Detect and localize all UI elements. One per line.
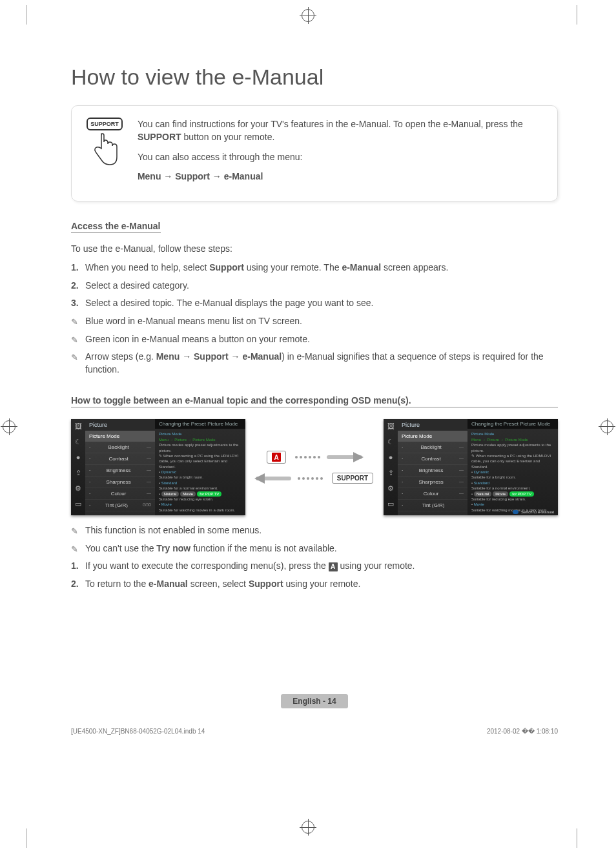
intro-line2: You can also access it through the menu: <box>138 150 543 163</box>
text: function if the menu is not available. <box>190 543 336 553</box>
network-icon: ● <box>386 453 395 462</box>
detail-body: Picture Mode Menu → Picture → Picture Mo… <box>467 429 558 515</box>
detail-footer: Switch to e-Manual <box>513 510 554 514</box>
text: Suitable for a normal environment. <box>159 486 241 491</box>
text-bold: Try now <box>156 543 190 553</box>
osd-menu-selected: Picture Mode <box>85 431 155 442</box>
text-bold: e-Manual <box>342 262 381 272</box>
step-number: 1. <box>71 262 79 274</box>
text: Green icon in e-Manual means a button on… <box>85 334 310 344</box>
text: Movie <box>474 502 484 506</box>
picture-icon: 🖼 <box>386 422 395 431</box>
text: screen, select <box>188 579 249 589</box>
list-item: 2. Select a desired category. <box>71 280 558 293</box>
settings-icon: ⚙ <box>386 484 395 493</box>
text-bold: Menu → Support → e-Manual <box>156 351 282 362</box>
list-item: ✎This function is not enabled in some me… <box>71 524 558 537</box>
section-heading-toggle: How to toggle between an e-Manual topic … <box>71 395 558 407</box>
note-icon: ✎ <box>71 316 78 328</box>
access-steps: 1. When you need to help, select Support… <box>71 262 558 310</box>
support-button-label: SUPPORT <box>87 118 123 130</box>
hand-press-icon <box>90 133 119 169</box>
step-number: 2. <box>71 280 79 293</box>
emanual-detail-panel: Changing the Preset Picture Mode Picture… <box>155 419 245 515</box>
print-meta-row: [UE4500-XN_ZF]BN68-04052G-02L04.indb 14 … <box>71 728 558 735</box>
note-icon: ✎ <box>71 526 78 537</box>
text: Suitable for reducing eye strain. <box>159 497 241 502</box>
text: using your remote. The <box>244 262 342 272</box>
osd-menu-item: ·Brightness— <box>398 465 467 477</box>
text: Standard <box>474 481 489 485</box>
osd-menu-item: ·Tint (G/R)G50 <box>85 500 155 511</box>
intro-support-bold: SUPPORT <box>138 132 181 142</box>
emanual-screenshot: 🖼 ☾ ● ⇪ ⚙ ▭ Picture Picture Mode ·Backli… <box>384 419 558 515</box>
text: Standard <box>161 481 177 485</box>
text: Picture modes apply preset adjustments t… <box>159 442 241 453</box>
system-icon: ⇪ <box>74 468 83 477</box>
detail-topic: Picture Mode <box>159 431 241 437</box>
intro-line1-pre: You can find instructions for your TV's … <box>138 119 523 129</box>
text: When connecting a PC using the HDMI-DVI … <box>471 454 551 469</box>
remote-support-icon: SUPPORT <box>86 118 123 189</box>
detail-topic: Picture Mode <box>471 431 554 437</box>
system-icon: ⇪ <box>386 468 395 477</box>
arrow-right-icon <box>291 456 362 458</box>
list-item: ✎Blue word in e-Manual means menu list o… <box>71 315 558 328</box>
text: Blue word in e-Manual means menu list on… <box>85 316 302 326</box>
intro-path: Menu → Support → e-Manual <box>138 170 543 183</box>
intro-box: SUPPORT You can find instructions for yo… <box>71 105 558 201</box>
text: When you need to help, select <box>85 262 209 272</box>
print-timestamp: 2012-08-02 �� 1:08:10 <box>487 728 558 735</box>
a-key-icon-inline: A <box>329 562 338 571</box>
a-key-icon: A <box>272 453 281 462</box>
osd-menu-item: ·Backlight— <box>85 442 155 453</box>
text: Suitable for a bright room. <box>471 475 554 480</box>
text: Picture modes apply preset adjustments t… <box>471 442 554 453</box>
page-footer: English - 14 <box>71 694 558 708</box>
list-item: 1. If you want to execute the correspond… <box>71 560 558 573</box>
section-heading-access: Access the e-Manual <box>71 221 161 233</box>
text: Suitable for a bright room. <box>159 475 241 480</box>
text: using your remote. <box>283 579 361 589</box>
text: using your remote. <box>340 560 415 571</box>
osd-side-icons: 🖼 ☾ ● ⇪ ⚙ ▭ <box>71 419 85 515</box>
text: Select a desired category. <box>85 280 189 291</box>
list-item: ✎ Arrow steps (e.g. Menu → Support → e-M… <box>71 351 558 376</box>
note-icon: ✎ <box>71 352 78 364</box>
text: Dynamic <box>161 470 176 474</box>
network-icon: ● <box>74 453 83 462</box>
page-title: How to view the e-Manual <box>71 65 558 90</box>
support-icon: ▭ <box>74 499 83 508</box>
text: screen appears. <box>381 262 448 272</box>
osd-menu-column: Picture Picture Mode ·Backlight— ·Contra… <box>85 419 155 515</box>
text-bold: e-Manual <box>149 579 188 589</box>
note-icon: ✎ <box>71 334 78 346</box>
text: If you want to execute the corresponding… <box>85 560 329 571</box>
print-file-name: [UE4500-XN_ZF]BN68-04052G-02L04.indb 14 <box>71 728 205 735</box>
list-item: ✎Green icon in e-Manual means a button o… <box>71 333 558 346</box>
step-number: 2. <box>71 578 79 591</box>
toggle-steps: 1. If you want to execute the correspond… <box>71 560 558 590</box>
sound-icon: ☾ <box>386 437 395 446</box>
text: Suitable for a normal environment. <box>471 486 554 491</box>
osd-menu-head: Picture <box>85 419 155 431</box>
step-number: 3. <box>71 297 79 310</box>
a-key-box: A <box>267 451 286 464</box>
osd-menu-item: ·Contrast— <box>398 453 467 465</box>
detail-title: Changing the Preset Picture Mode <box>155 419 245 429</box>
osd-menu-column: Picture Picture Mode ·Backlight— ·Contra… <box>398 419 467 515</box>
access-notes: ✎Blue word in e-Manual means menu list o… <box>71 315 558 376</box>
detail-breadcrumb: Menu → Picture → Picture Mode <box>471 437 554 442</box>
osd-menu-head: Picture <box>398 419 467 431</box>
osd-menu-item: ·Brightness— <box>85 465 155 477</box>
arrow-row-right: A <box>267 451 362 464</box>
picture-icon: 🖼 <box>74 422 83 431</box>
arrows-column: A SUPPORT <box>252 451 377 484</box>
access-lead: To use the e-Manual, follow these steps: <box>71 243 558 254</box>
language-page-badge: English - 14 <box>281 694 347 708</box>
text: Dynamic <box>474 470 489 474</box>
detail-breadcrumb: Menu → Picture → Picture Mode <box>159 437 241 442</box>
osd-menu-item: ·Colour— <box>85 488 155 500</box>
osd-menu-screenshot: 🖼 ☾ ● ⇪ ⚙ ▭ Picture Picture Mode ·Backli… <box>71 419 245 515</box>
list-item: ✎ You can't use the Try now function if … <box>71 542 558 555</box>
